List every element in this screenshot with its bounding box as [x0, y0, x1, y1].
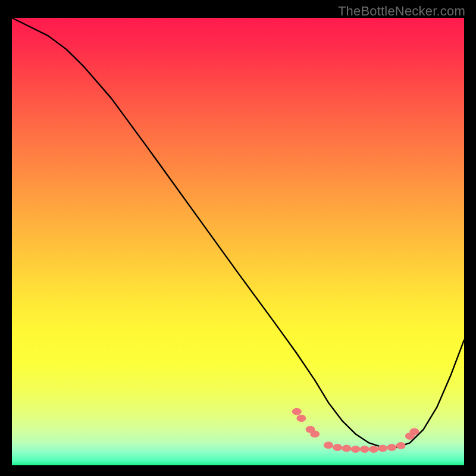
bead-15 — [409, 428, 419, 436]
bead-group — [292, 408, 419, 453]
bead-4 — [310, 430, 320, 437]
bead-6 — [333, 444, 342, 451]
bead-12 — [387, 444, 396, 451]
bead-2 — [296, 415, 306, 422]
curve-svg — [12, 18, 464, 465]
bead-11 — [378, 444, 387, 452]
watermark-text: TheBottleNecker.com — [338, 4, 465, 19]
plot-area — [12, 18, 464, 465]
bead-1 — [292, 408, 302, 415]
bead-9 — [360, 446, 369, 453]
bead-13 — [396, 442, 406, 449]
bead-8 — [351, 446, 361, 453]
bead-5 — [324, 441, 333, 449]
bead-7 — [342, 444, 351, 452]
chart-frame: TheBottleNecker.com — [0, 0, 476, 476]
bead-10 — [369, 446, 378, 453]
bottleneck-curve — [12, 18, 464, 447]
